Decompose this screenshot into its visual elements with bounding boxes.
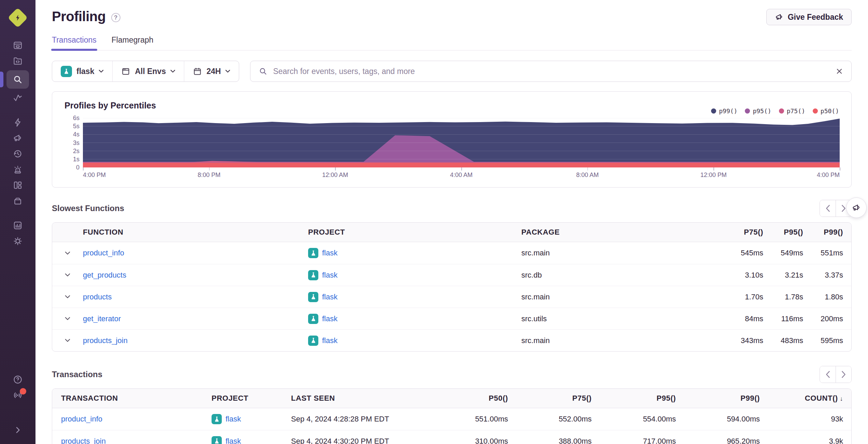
next-page-button[interactable] [836, 366, 851, 383]
transaction-link[interactable]: product_info [61, 415, 102, 423]
sort-desc-icon: ↓ [838, 395, 843, 402]
prev-page-button[interactable] [820, 200, 836, 217]
project-filter[interactable]: flask [52, 61, 112, 82]
legend-label: p50() [821, 107, 839, 115]
sidebar-item-projects[interactable] [6, 53, 29, 69]
transactions-title: Transactions [52, 370, 102, 379]
column-header-p75[interactable]: P75() [508, 394, 592, 403]
sidebar-expand-button[interactable] [6, 422, 29, 438]
project-link[interactable]: flask [322, 336, 337, 345]
p50-value: 310.00ms [424, 437, 508, 444]
date-range-filter[interactable]: 24H [184, 61, 239, 82]
sidebar-item-alerts[interactable] [6, 162, 29, 177]
sidebar-item-help[interactable] [6, 372, 29, 387]
p95-value: 116ms [763, 314, 803, 323]
expand-row-button[interactable] [52, 295, 83, 299]
environment-filter[interactable]: All Envs [112, 61, 184, 82]
search-input[interactable] [273, 67, 830, 76]
legend-item-p50[interactable]: p50() [813, 107, 839, 115]
project-link[interactable]: flask [322, 249, 337, 257]
column-header-p99[interactable]: P99() [803, 228, 843, 237]
give-feedback-button[interactable]: Give Feedback [766, 9, 852, 25]
app-root: Profiling ? Give Feedback Transactions F… [0, 0, 868, 444]
column-header-project[interactable]: PROJECT [308, 228, 521, 237]
sidebar-item-issues[interactable] [6, 38, 29, 53]
sidebar-item-feedback[interactable] [6, 130, 29, 146]
function-link[interactable]: get_iterator [83, 314, 121, 323]
column-header-p99[interactable]: P99() [676, 394, 760, 403]
pulse-zigzag-icon [13, 93, 23, 103]
expand-row-button[interactable] [52, 339, 83, 342]
last-seen-cell: Sep 4, 2024 4:30:20 PM EDT [291, 437, 424, 444]
x-axis-tick [461, 167, 462, 171]
chevron-right-icon [841, 205, 846, 212]
p75-value: 84ms [723, 314, 763, 323]
project-link[interactable]: flask [322, 314, 337, 323]
function-link[interactable]: products [83, 293, 112, 301]
column-header-p50[interactable]: P50() [424, 394, 508, 403]
p95-value: 483ms [763, 336, 803, 345]
table-row: productsflasksrc.main1.70s1.78s1.80s [52, 286, 851, 308]
sidebar-bottom-group [6, 372, 29, 438]
sidebar-item-performance[interactable] [6, 90, 29, 106]
tab-flamegraph[interactable]: Flamegraph [112, 35, 154, 50]
project-cell: flask [308, 336, 521, 346]
prev-page-button[interactable] [820, 366, 836, 383]
search-icon [259, 67, 267, 76]
column-header-p95[interactable]: P95() [592, 394, 676, 403]
transaction-cell: product_info [61, 415, 212, 424]
chart-plot-area[interactable] [83, 118, 840, 167]
column-header-project[interactable]: PROJECT [212, 394, 291, 403]
sidebar-item-lightning[interactable] [6, 115, 29, 130]
sidebar-item-whats-new[interactable] [6, 387, 29, 403]
calendar-icon [193, 67, 202, 76]
y-axis-label: 3s [73, 139, 79, 146]
sidebar-item-stats[interactable] [6, 218, 29, 233]
project-link[interactable]: flask [226, 415, 241, 424]
function-link[interactable]: get_products [83, 271, 126, 279]
tab-transactions[interactable]: Transactions [52, 35, 97, 50]
clear-search-icon[interactable] [836, 68, 843, 75]
active-nav-indicator [0, 72, 3, 87]
sidebar-item-replays[interactable] [6, 146, 29, 162]
sidebar-item-releases[interactable] [6, 193, 29, 209]
count-value: 93k [760, 415, 843, 424]
column-header-function[interactable]: FUNCTION [83, 228, 308, 237]
chart-x-axis: 4:00 PM8:00 PM12:00 AM4:00 AM8:00 AM12:0… [83, 167, 840, 179]
function-link[interactable]: products_join [83, 336, 128, 345]
package-cell: src.main [521, 293, 723, 301]
flask-project-icon [308, 336, 318, 346]
p99-value: 595ms [803, 336, 843, 345]
transaction-link[interactable]: products_join [61, 437, 106, 444]
chevron-down-icon [170, 70, 175, 73]
title-help-icon[interactable]: ? [111, 13, 120, 22]
column-header-count[interactable]: COUNT() ↓ [760, 394, 843, 403]
column-header-p75[interactable]: P75() [723, 228, 763, 237]
function-cell: products_join [83, 336, 308, 345]
sidebar-item-settings[interactable] [6, 233, 29, 249]
slowest-functions-table-header: FUNCTIONPROJECTPACKAGEP75()P95()P99() [52, 223, 851, 242]
expand-row-button[interactable] [52, 317, 83, 321]
x-axis-tick [209, 167, 210, 171]
column-header-package[interactable]: PACKAGE [521, 228, 723, 237]
sidebar-item-dashboards[interactable] [6, 177, 29, 193]
project-link[interactable]: flask [322, 271, 337, 280]
sentry-logo[interactable] [7, 7, 29, 29]
function-link[interactable]: product_info [83, 249, 124, 257]
expand-row-button[interactable] [52, 251, 83, 255]
project-link[interactable]: flask [226, 437, 241, 444]
legend-item-p95[interactable]: p95() [745, 107, 771, 115]
project-link[interactable]: flask [322, 293, 337, 301]
column-header-p95[interactable]: P95() [763, 228, 803, 237]
legend-item-p75[interactable]: p75() [779, 107, 805, 115]
x-axis-tick [713, 167, 714, 171]
sidebar-item-search[interactable] [6, 70, 29, 89]
x-axis-tick [588, 167, 588, 171]
legend-item-p99[interactable]: p99() [711, 107, 737, 115]
column-header-transaction[interactable]: TRANSACTION [61, 394, 212, 403]
p50-value: 551.00ms [424, 415, 508, 424]
expand-row-button[interactable] [52, 273, 83, 277]
floating-feedback-button[interactable] [846, 197, 867, 218]
column-header-lastseen[interactable]: LAST SEEN [291, 394, 424, 403]
p75-value: 545ms [723, 249, 763, 257]
